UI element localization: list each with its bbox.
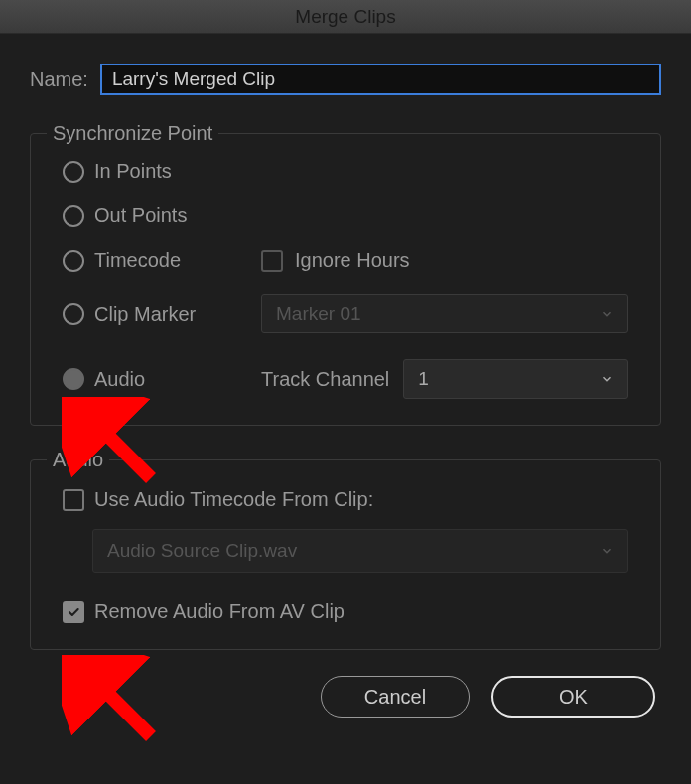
radio-label: Audio xyxy=(94,368,145,391)
radio-label: Out Points xyxy=(94,204,187,227)
audio-group: Audio Use Audio Timecode From Clip: Audi… xyxy=(30,459,661,650)
checkbox-label: Use Audio Timecode From Clip: xyxy=(94,488,373,511)
radio-icon xyxy=(63,205,84,227)
radio-timecode[interactable]: Timecode xyxy=(63,249,261,272)
radio-label: Clip Marker xyxy=(94,303,196,326)
checkbox-icon xyxy=(63,601,84,623)
radio-icon xyxy=(63,303,84,325)
track-channel-select[interactable]: 1 xyxy=(403,359,628,399)
remove-audio-checkbox[interactable]: Remove Audio From AV Clip xyxy=(63,600,628,623)
radio-audio[interactable]: Audio xyxy=(63,368,261,391)
checkbox-icon xyxy=(261,250,283,272)
ignore-hours-checkbox[interactable]: Ignore Hours xyxy=(261,249,410,272)
marker-select[interactable]: Marker 01 xyxy=(261,294,628,333)
dialog-title: Merge Clips xyxy=(295,6,395,28)
track-channel-label: Track Channel xyxy=(261,368,389,391)
checkbox-label: Ignore Hours xyxy=(295,249,410,272)
check-icon xyxy=(67,605,80,619)
synchronize-point-group: Synchronize Point In Points Out Points T… xyxy=(30,133,661,426)
checkbox-label: Remove Audio From AV Clip xyxy=(94,600,345,623)
chevron-down-icon xyxy=(600,307,614,321)
radio-label: Timecode xyxy=(94,249,181,272)
radio-icon xyxy=(63,250,84,272)
synchronize-point-legend: Synchronize Point xyxy=(47,122,218,145)
chevron-down-icon xyxy=(600,372,614,386)
radio-clip-marker[interactable]: Clip Marker xyxy=(63,303,261,326)
name-label: Name: xyxy=(30,68,88,91)
cancel-button[interactable]: Cancel xyxy=(321,676,470,718)
use-audio-timecode-checkbox[interactable]: Use Audio Timecode From Clip: xyxy=(63,488,628,511)
chevron-down-icon xyxy=(600,544,614,558)
select-value: 1 xyxy=(418,368,429,390)
ok-button[interactable]: OK xyxy=(491,676,655,718)
select-value: Marker 01 xyxy=(276,303,361,325)
name-input[interactable] xyxy=(100,64,661,95)
radio-out-points[interactable]: Out Points xyxy=(63,204,628,227)
dialog-titlebar: Merge Clips xyxy=(0,0,691,34)
radio-label: In Points xyxy=(94,160,172,183)
radio-in-points[interactable]: In Points xyxy=(63,160,628,183)
audio-legend: Audio xyxy=(47,449,109,471)
radio-icon xyxy=(63,161,84,183)
radio-icon xyxy=(63,368,84,390)
select-value: Audio Source Clip.wav xyxy=(107,540,297,562)
audio-source-select[interactable]: Audio Source Clip.wav xyxy=(92,529,628,573)
checkbox-icon xyxy=(63,489,84,511)
